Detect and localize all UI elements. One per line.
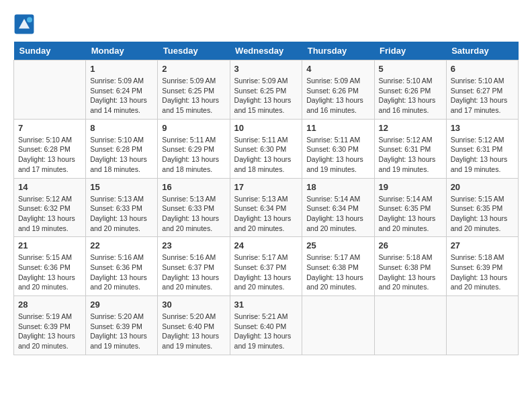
calendar-cell: 29Sunrise: 5:20 AMSunset: 6:39 PMDayligh… [86, 296, 158, 355]
calendar-week-4: 21Sunrise: 5:15 AMSunset: 6:36 PMDayligh… [14, 237, 519, 296]
day-number: 20 [451, 182, 514, 192]
page-header [13, 13, 519, 35]
calendar-cell [374, 296, 446, 355]
day-number: 17 [234, 182, 298, 192]
calendar-cell: 19Sunrise: 5:14 AMSunset: 6:35 PMDayligh… [374, 178, 446, 237]
day-info: Sunrise: 5:10 AMSunset: 6:28 PMDaylight:… [90, 135, 153, 175]
day-info: Sunrise: 5:09 AMSunset: 6:25 PMDaylight:… [234, 76, 298, 116]
day-number: 5 [379, 64, 442, 74]
calendar-cell: 12Sunrise: 5:12 AMSunset: 6:31 PMDayligh… [374, 119, 446, 178]
day-number: 15 [90, 182, 153, 192]
calendar-cell: 26Sunrise: 5:18 AMSunset: 6:38 PMDayligh… [374, 237, 446, 296]
weekday-header-thursday: Thursday [302, 42, 374, 60]
day-number: 28 [18, 300, 81, 310]
calendar-cell: 5Sunrise: 5:10 AMSunset: 6:26 PMDaylight… [374, 60, 446, 120]
day-number: 30 [162, 300, 225, 310]
calendar-cell: 22Sunrise: 5:16 AMSunset: 6:36 PMDayligh… [86, 237, 158, 296]
day-info: Sunrise: 5:10 AMSunset: 6:26 PMDaylight:… [379, 76, 442, 116]
day-number: 8 [90, 123, 153, 133]
day-number: 14 [18, 182, 81, 192]
weekday-header-friday: Friday [374, 42, 446, 60]
day-number: 27 [451, 240, 514, 250]
day-info: Sunrise: 5:16 AMSunset: 6:36 PMDaylight:… [90, 253, 153, 292]
day-info: Sunrise: 5:18 AMSunset: 6:38 PMDaylight:… [379, 253, 442, 292]
calendar-cell: 20Sunrise: 5:15 AMSunset: 6:35 PMDayligh… [446, 178, 518, 237]
logo [13, 13, 38, 35]
calendar-cell: 28Sunrise: 5:19 AMSunset: 6:39 PMDayligh… [14, 296, 86, 355]
weekday-header-sunday: Sunday [14, 42, 86, 60]
day-number: 18 [306, 182, 369, 192]
day-info: Sunrise: 5:11 AMSunset: 6:29 PMDaylight:… [162, 135, 225, 175]
weekday-header-monday: Monday [86, 42, 158, 60]
day-number: 31 [234, 300, 298, 310]
day-number: 1 [90, 64, 153, 74]
calendar-cell: 15Sunrise: 5:13 AMSunset: 6:33 PMDayligh… [86, 178, 158, 237]
day-number: 22 [90, 240, 153, 250]
calendar-cell: 16Sunrise: 5:13 AMSunset: 6:33 PMDayligh… [158, 178, 230, 237]
calendar-cell [302, 296, 374, 355]
day-info: Sunrise: 5:09 AMSunset: 6:25 PMDaylight:… [162, 76, 225, 116]
day-info: Sunrise: 5:11 AMSunset: 6:30 PMDaylight:… [306, 135, 369, 175]
calendar-cell: 6Sunrise: 5:10 AMSunset: 6:27 PMDaylight… [446, 60, 518, 120]
calendar-cell: 14Sunrise: 5:12 AMSunset: 6:32 PMDayligh… [14, 178, 86, 237]
day-number: 4 [306, 64, 369, 74]
day-number: 23 [162, 240, 225, 250]
day-info: Sunrise: 5:11 AMSunset: 6:30 PMDaylight:… [234, 135, 298, 175]
day-number: 13 [451, 123, 514, 133]
calendar-cell: 9Sunrise: 5:11 AMSunset: 6:29 PMDaylight… [158, 119, 230, 178]
calendar-table: SundayMondayTuesdayWednesdayThursdayFrid… [13, 42, 519, 355]
calendar-cell: 10Sunrise: 5:11 AMSunset: 6:30 PMDayligh… [230, 119, 302, 178]
day-info: Sunrise: 5:13 AMSunset: 6:33 PMDaylight:… [162, 194, 225, 234]
calendar-cell: 24Sunrise: 5:17 AMSunset: 6:37 PMDayligh… [230, 237, 302, 296]
day-number: 9 [162, 123, 225, 133]
calendar-week-5: 28Sunrise: 5:19 AMSunset: 6:39 PMDayligh… [14, 296, 519, 355]
calendar-cell: 27Sunrise: 5:18 AMSunset: 6:39 PMDayligh… [446, 237, 518, 296]
day-info: Sunrise: 5:12 AMSunset: 6:32 PMDaylight:… [18, 194, 81, 234]
day-number: 24 [234, 240, 298, 250]
calendar-body: 1Sunrise: 5:09 AMSunset: 6:24 PMDaylight… [14, 60, 519, 355]
logo-icon [13, 13, 35, 35]
day-info: Sunrise: 5:14 AMSunset: 6:34 PMDaylight:… [306, 194, 369, 234]
svg-point-2 [27, 17, 32, 23]
calendar-cell [446, 296, 518, 355]
calendar-cell: 11Sunrise: 5:11 AMSunset: 6:30 PMDayligh… [302, 119, 374, 178]
calendar-cell: 2Sunrise: 5:09 AMSunset: 6:25 PMDaylight… [158, 60, 230, 120]
calendar-cell: 8Sunrise: 5:10 AMSunset: 6:28 PMDaylight… [86, 119, 158, 178]
day-number: 3 [234, 64, 298, 74]
day-number: 21 [18, 240, 81, 250]
day-info: Sunrise: 5:09 AMSunset: 6:26 PMDaylight:… [306, 76, 369, 116]
day-info: Sunrise: 5:16 AMSunset: 6:37 PMDaylight:… [162, 253, 225, 292]
calendar-cell: 23Sunrise: 5:16 AMSunset: 6:37 PMDayligh… [158, 237, 230, 296]
calendar-week-1: 1Sunrise: 5:09 AMSunset: 6:24 PMDaylight… [14, 60, 519, 120]
day-number: 2 [162, 64, 225, 74]
day-info: Sunrise: 5:20 AMSunset: 6:39 PMDaylight:… [90, 312, 153, 351]
day-number: 16 [162, 182, 225, 192]
day-number: 29 [90, 300, 153, 310]
calendar-cell: 30Sunrise: 5:20 AMSunset: 6:40 PMDayligh… [158, 296, 230, 355]
calendar-cell: 3Sunrise: 5:09 AMSunset: 6:25 PMDaylight… [230, 60, 302, 120]
weekday-header-saturday: Saturday [446, 42, 518, 60]
calendar-week-3: 14Sunrise: 5:12 AMSunset: 6:32 PMDayligh… [14, 178, 519, 237]
day-info: Sunrise: 5:21 AMSunset: 6:40 PMDaylight:… [234, 312, 298, 351]
day-info: Sunrise: 5:12 AMSunset: 6:31 PMDaylight:… [379, 135, 442, 175]
calendar-cell: 1Sunrise: 5:09 AMSunset: 6:24 PMDaylight… [86, 60, 158, 120]
day-number: 25 [306, 240, 369, 250]
day-info: Sunrise: 5:10 AMSunset: 6:27 PMDaylight:… [451, 76, 514, 116]
day-info: Sunrise: 5:17 AMSunset: 6:37 PMDaylight:… [234, 253, 298, 292]
day-info: Sunrise: 5:15 AMSunset: 6:35 PMDaylight:… [451, 194, 514, 234]
day-number: 12 [379, 123, 442, 133]
day-info: Sunrise: 5:18 AMSunset: 6:39 PMDaylight:… [451, 253, 514, 292]
day-info: Sunrise: 5:13 AMSunset: 6:34 PMDaylight:… [234, 194, 298, 234]
day-number: 19 [379, 182, 442, 192]
calendar-cell: 31Sunrise: 5:21 AMSunset: 6:40 PMDayligh… [230, 296, 302, 355]
day-number: 6 [451, 64, 514, 74]
calendar-cell: 4Sunrise: 5:09 AMSunset: 6:26 PMDaylight… [302, 60, 374, 120]
calendar-cell: 17Sunrise: 5:13 AMSunset: 6:34 PMDayligh… [230, 178, 302, 237]
weekday-header-wednesday: Wednesday [230, 42, 302, 60]
calendar-cell [14, 60, 86, 120]
calendar-cell: 13Sunrise: 5:12 AMSunset: 6:31 PMDayligh… [446, 119, 518, 178]
day-info: Sunrise: 5:17 AMSunset: 6:38 PMDaylight:… [306, 253, 369, 292]
day-number: 10 [234, 123, 298, 133]
day-info: Sunrise: 5:15 AMSunset: 6:36 PMDaylight:… [18, 253, 81, 292]
day-info: Sunrise: 5:20 AMSunset: 6:40 PMDaylight:… [162, 312, 225, 351]
